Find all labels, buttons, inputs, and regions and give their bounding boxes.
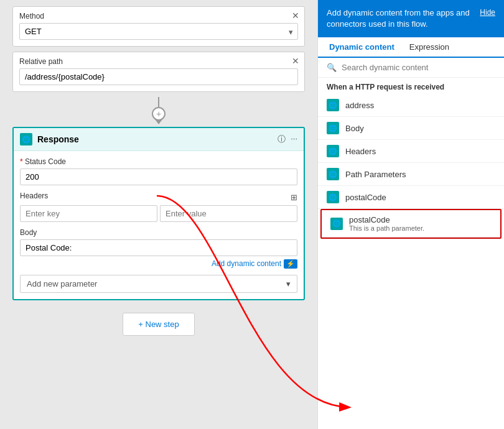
globe-icon-5: 🌐 xyxy=(332,219,341,228)
rp-tabs: Dynamic content Expression xyxy=(318,37,504,58)
globe-icon: 🌐 xyxy=(22,136,30,144)
rp-item-icon-5: 🌐 xyxy=(330,218,343,230)
add-dynamic-label: Add dynamic content xyxy=(212,259,281,268)
step-connector: + xyxy=(12,97,305,124)
new-step-label: + New step xyxy=(138,320,179,329)
required-asterisk: * xyxy=(20,157,23,166)
connector-line xyxy=(158,97,159,107)
body-label: Body xyxy=(20,228,297,237)
add-param-label: Add new parameter xyxy=(27,279,97,288)
status-code-label: * Status Code xyxy=(20,157,297,166)
response-icon: 🌐 xyxy=(20,133,32,145)
connector-arrow xyxy=(155,119,162,124)
add-dynamic-link[interactable]: Add dynamic content ⚡ xyxy=(20,259,297,269)
rp-item-icon-0: 🌐 xyxy=(327,99,339,111)
rp-item-4[interactable]: 🌐 postalCode xyxy=(318,186,504,209)
search-input[interactable] xyxy=(342,63,495,72)
plus-icon: + xyxy=(156,109,161,119)
rp-item-5[interactable]: 🌐 postalCode This is a path parameter. xyxy=(322,210,500,238)
relpath-label: Relative path xyxy=(19,57,298,66)
headers-row: Headers ⊞ xyxy=(20,191,297,203)
rp-item-label-5: postalCode xyxy=(349,215,424,224)
body-input[interactable] xyxy=(20,239,297,256)
tab-dynamic-content[interactable]: Dynamic content xyxy=(327,37,397,58)
rp-item-highlighted-wrapper: 🌐 postalCode This is a path parameter. xyxy=(320,209,502,239)
rp-item-text-5: postalCode This is a path parameter. xyxy=(349,215,424,232)
search-icon: 🔍 xyxy=(327,63,337,72)
rp-item-3[interactable]: 🌐 Path Parameters xyxy=(318,163,504,186)
rp-items-list: 🌐 address 🌐 Body 🌐 Headers 🌐 Path Parame… xyxy=(318,94,504,429)
body-input-wrapper xyxy=(20,239,297,256)
info-icon[interactable]: ⓘ xyxy=(278,134,286,145)
rp-item-label-1: Body xyxy=(345,124,364,133)
rp-item-icon-3: 🌐 xyxy=(327,168,339,180)
rp-item-sub-5: This is a path parameter. xyxy=(349,224,424,232)
rp-item-label-2: Headers xyxy=(345,147,376,156)
rp-item-0[interactable]: 🌐 address xyxy=(318,94,504,117)
rp-item-1[interactable]: 🌐 Body xyxy=(318,117,504,140)
headers-key-input[interactable] xyxy=(20,205,157,222)
rp-item-label-3: Path Parameters xyxy=(345,170,406,179)
rp-item-label-4: postalCode xyxy=(345,193,386,202)
rp-header-text: Add dynamic content from the apps and co… xyxy=(327,7,474,30)
rp-item-icon-2: 🌐 xyxy=(327,145,339,157)
globe-icon-1: 🌐 xyxy=(329,124,337,132)
method-select-wrapper: GET ▾ xyxy=(19,23,298,40)
globe-icon-3: 🌐 xyxy=(329,170,337,178)
headers-icon[interactable]: ⊞ xyxy=(291,193,297,202)
add-dynamic-anchor[interactable]: Add dynamic content ⚡ xyxy=(212,259,297,269)
relpath-card: Relative path ✕ xyxy=(12,52,305,92)
globe-icon-2: 🌐 xyxy=(329,147,337,155)
lightning-icon: ⚡ xyxy=(284,259,297,269)
headers-label: Headers xyxy=(20,191,48,200)
rp-hide-button[interactable]: Hide xyxy=(480,7,495,18)
headers-value-input[interactable] xyxy=(160,205,297,222)
rp-search-bar: 🔍 xyxy=(318,58,504,78)
status-code-input[interactable] xyxy=(20,168,297,185)
tab-expression[interactable]: Expression xyxy=(407,37,452,58)
rp-item-label-0: address xyxy=(345,101,374,110)
rp-section-title: When a HTTP request is received xyxy=(318,78,504,94)
new-step-button[interactable]: + New step xyxy=(123,313,194,336)
response-card: 🌐 Response ⓘ ··· * Status Code Headers ⊞ xyxy=(12,127,305,300)
method-label: Method xyxy=(19,12,298,21)
add-param-row[interactable]: Add new parameter ▾ xyxy=(20,275,297,293)
rp-header: Add dynamic content from the apps and co… xyxy=(318,0,504,37)
globe-icon-0: 🌐 xyxy=(329,101,337,109)
headers-inputs xyxy=(20,205,297,222)
response-title: Response xyxy=(37,134,273,144)
relpath-input[interactable] xyxy=(19,68,298,85)
response-header-actions: ⓘ ··· xyxy=(278,134,297,145)
chevron-down-icon: ▾ xyxy=(286,279,291,288)
rp-item-icon-4: 🌐 xyxy=(327,191,339,203)
add-step-button[interactable]: + xyxy=(152,107,166,121)
method-select[interactable]: GET xyxy=(19,23,298,40)
new-step-container: + New step xyxy=(12,313,305,336)
globe-icon-4: 🌐 xyxy=(329,193,337,201)
rp-item-2[interactable]: 🌐 Headers xyxy=(318,140,504,163)
response-header: 🌐 Response ⓘ ··· xyxy=(14,128,304,151)
rp-item-icon-1: 🌐 xyxy=(327,122,339,134)
response-body: * Status Code Headers ⊞ Body Add dynamic… xyxy=(14,151,304,299)
right-panel: Add dynamic content from the apps and co… xyxy=(317,0,504,429)
method-close-button[interactable]: ✕ xyxy=(292,11,299,21)
more-options-icon[interactable]: ··· xyxy=(291,134,297,145)
method-card: Method ✕ GET ▾ xyxy=(12,6,305,47)
relpath-close-button[interactable]: ✕ xyxy=(292,56,299,66)
